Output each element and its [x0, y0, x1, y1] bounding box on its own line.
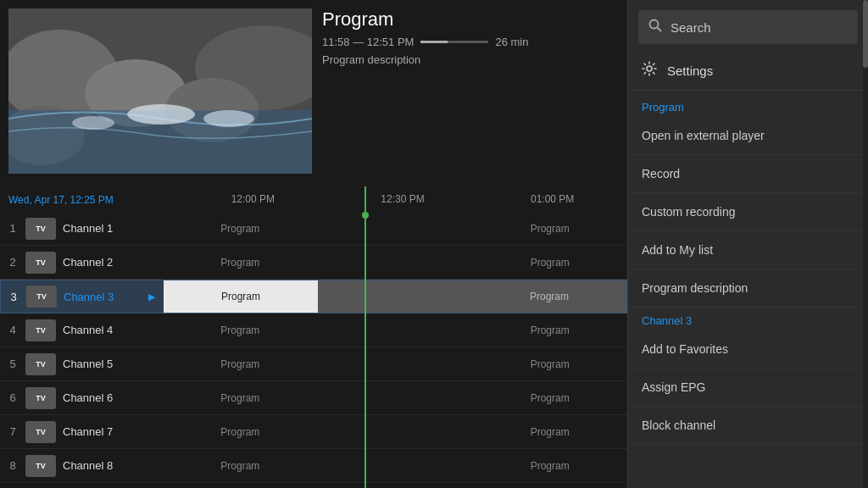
program-title: Program [322, 8, 528, 30]
ch-prog-6b [318, 381, 473, 414]
ch-prog-2b [318, 246, 473, 279]
channel-row-2[interactable]: 2 TV Channel 2 Program Program [0, 246, 627, 280]
program-section-header: Program [628, 94, 868, 117]
ch-number-8: 8 [0, 459, 25, 472]
current-datetime: Wed, Apr 17, 12:25 PM [0, 194, 114, 206]
ch-prog-5a: Program [163, 347, 318, 380]
menu-item-program-description[interactable]: Program description [628, 269, 868, 308]
progress-bar-fill [420, 41, 448, 43]
ch-prog-3c: Program [472, 280, 626, 313]
ch-programs-2: Program Program [163, 246, 627, 279]
ch-icon-1: TV [25, 218, 56, 240]
time-slot-3: 01:00 PM [477, 193, 627, 205]
channel-row-4[interactable]: 4 TV Channel 4 Program Program [0, 313, 627, 347]
ch-prog-7c: Program [472, 415, 627, 448]
ch-programs-6: Program Program [163, 381, 627, 414]
ch-prog-7b [318, 415, 473, 448]
ch-prog-8c: Program [472, 449, 627, 482]
ch-prog-5c: Program [472, 347, 627, 380]
ch-name-1: Channel 1 [63, 222, 147, 235]
progress-bar [420, 41, 488, 43]
menu-item-record[interactable]: Record [628, 155, 868, 193]
th-spacer: Wed, Apr 17, 12:25 PM [0, 191, 178, 207]
program-info: Program 11:58 — 12:51 PM 26 min Program … [322, 8, 528, 66]
timeline-header: Wed, Apr 17, 12:25 PM 12:00 PM 12:30 PM … [0, 186, 627, 212]
ch-icon-6: TV [25, 387, 56, 409]
ch-number-4: 4 [0, 324, 25, 336]
menu-item-add-my-list[interactable]: Add to My list [628, 231, 868, 269]
svg-point-7 [127, 104, 195, 125]
gear-icon [642, 61, 657, 80]
ch-prog-3a: Program [164, 280, 318, 313]
menu-item-block-channel[interactable]: Block channel [628, 407, 868, 445]
time-indicator [364, 186, 366, 488]
ch-icon-7: TV [25, 421, 56, 443]
svg-point-12 [647, 66, 652, 71]
ch-prog-1a: Program [163, 212, 318, 245]
ch-number-2: 2 [0, 256, 25, 269]
ch-prog-6a: Program [163, 381, 318, 414]
ch-name-2: Channel 2 [63, 256, 147, 269]
context-menu: Search Settings Program Open in external… [627, 0, 868, 488]
ch-name-4: Channel 4 [63, 324, 147, 336]
ch-prog-2c: Program [472, 246, 627, 279]
ch-name-8: Channel 8 [63, 459, 147, 472]
ch-name-3: Channel 3 [64, 291, 148, 303]
program-time: 11:58 — 12:51 PM 26 min [322, 36, 528, 48]
ch-prog-1b [318, 212, 473, 245]
ch-programs-5: Program Program [163, 347, 627, 380]
ch-prog-5b [318, 347, 473, 380]
ch-name-7: Channel 7 [63, 425, 147, 438]
time-indicator-dot [362, 212, 369, 219]
channel-row-5[interactable]: 5 TV Channel 5 Program Program [0, 347, 627, 381]
channel-section-header: Channel 3 [628, 308, 868, 330]
settings-row[interactable]: Settings [628, 51, 868, 91]
ch-prog-4b [318, 313, 473, 347]
ch-prog-3b [318, 280, 472, 313]
ch-prog-2a: Program [163, 246, 318, 279]
ch-icon-4: TV [25, 319, 56, 341]
ch-number-7: 7 [0, 425, 25, 438]
channel-grid: 1 TV Channel 1 Program Program 2 TV Chan… [0, 212, 627, 488]
menu-item-custom-recording[interactable]: Custom recording [628, 193, 868, 231]
ch-prog-1c: Program [472, 212, 627, 245]
search-icon [648, 19, 662, 36]
video-thumbnail [8, 8, 312, 174]
scrollbar-track [863, 0, 868, 488]
ch-icon-2: TV [25, 252, 56, 274]
ch-number-5: 5 [0, 358, 25, 370]
channel-row-1[interactable]: 1 TV Channel 1 Program Program [0, 212, 627, 246]
ch-icon-3: TV [26, 286, 57, 308]
ch-number-6: 6 [0, 391, 25, 404]
ch-icon-5: TV [25, 353, 56, 375]
search-label: Search [670, 20, 711, 35]
ch-play-3: ▶ [148, 291, 164, 302]
search-bar[interactable]: Search [638, 10, 858, 44]
ch-prog-7a: Program [163, 415, 318, 448]
ch-prog-4c: Program [472, 313, 627, 347]
program-description: Program description [322, 53, 528, 66]
ch-number-3: 3 [1, 291, 26, 303]
ch-programs-1: Program Program [163, 212, 627, 245]
left-panel: Program 11:58 — 12:51 PM 26 min Program … [0, 0, 627, 488]
svg-line-11 [658, 28, 661, 31]
channel-row-6[interactable]: 6 TV Channel 6 Program Program [0, 381, 627, 415]
menu-item-open-external[interactable]: Open in external player [628, 117, 868, 155]
settings-label: Settings [667, 64, 713, 78]
ch-prog-8b [318, 449, 473, 482]
svg-point-9 [203, 110, 254, 127]
scrollbar-thumb[interactable] [863, 0, 868, 68]
menu-item-assign-epg[interactable]: Assign EPG [628, 369, 868, 407]
channel-row-7[interactable]: 7 TV Channel 7 Program Program [0, 415, 627, 449]
ch-name-6: Channel 6 [63, 391, 147, 404]
time-slot-1: 12:00 PM [178, 193, 328, 205]
ch-prog-6c: Program [472, 381, 627, 414]
menu-item-add-favorites[interactable]: Add to Favorites [628, 330, 868, 369]
ch-programs-7: Program Program [163, 415, 627, 448]
channel-row-8[interactable]: 8 TV Channel 8 Program Program [0, 449, 627, 483]
ch-name-5: Channel 5 [63, 358, 147, 370]
ch-programs-3: Program Program [164, 280, 626, 313]
ch-number-1: 1 [0, 222, 25, 235]
ch-prog-8a: Program [163, 449, 318, 482]
channel-row-3[interactable]: 3 TV Channel 3 ▶ Program Program [0, 280, 627, 313]
